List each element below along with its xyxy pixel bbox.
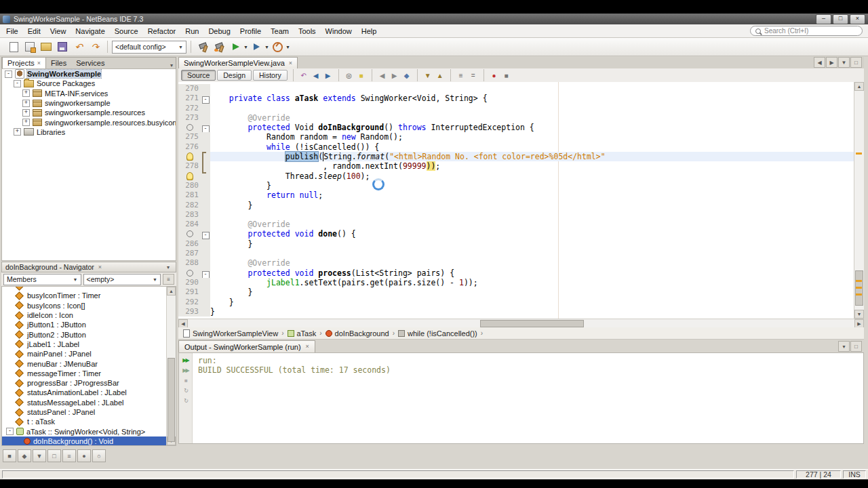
scroll-down-icon[interactable]: ▼	[854, 310, 864, 319]
override-glyph-icon[interactable]	[186, 230, 193, 237]
tree-expander-icon[interactable]: +	[22, 109, 30, 117]
hint-glyph-icon[interactable]	[186, 152, 193, 161]
line-gutter[interactable]: 291	[178, 287, 201, 297]
title-bar[interactable]: SwingWorkerSample - NetBeans IDE 7.3 – □…	[0, 14, 868, 24]
line-gutter[interactable]: 271	[178, 94, 201, 103]
record-macro-icon[interactable]: ●	[488, 70, 500, 81]
code-text[interactable]	[210, 249, 854, 258]
navigator-item[interactable]: statusAnimationLabel : JLabel	[2, 388, 176, 397]
menu-file[interactable]: File	[1, 26, 23, 37]
search-input[interactable]: Search (Ctrl+I)	[750, 26, 863, 36]
navigator-item[interactable]: doInBackground() : Void	[2, 436, 176, 446]
profile-dropdown-icon[interactable]: ▼	[285, 45, 290, 49]
navigator-view-select[interactable]: Members▼	[3, 274, 81, 285]
prev-occurrence-icon[interactable]: ▲	[434, 70, 446, 81]
code-text[interactable]	[210, 210, 854, 220]
undo-button[interactable]	[71, 39, 87, 54]
override-glyph-icon[interactable]	[186, 270, 193, 277]
code-text[interactable]: return null;	[210, 190, 854, 200]
toggle-bookmark-icon[interactable]: ◆	[401, 70, 413, 81]
tab-projects[interactable]: Projects×	[2, 57, 46, 68]
code-text[interactable]: private class aTask extends SwingWorker<…	[210, 94, 854, 103]
scrollbar-thumb[interactable]	[480, 320, 585, 327]
override-glyph-icon[interactable]	[186, 124, 193, 131]
scroll-tabs-left-icon[interactable]: ◀	[814, 57, 825, 68]
navigator-item[interactable]: -aTask :: SwingWorker<Void, String>	[2, 426, 176, 436]
line-gutter[interactable]	[178, 171, 201, 181]
breadcrumb-item[interactable]: aTask	[288, 329, 317, 338]
code-text[interactable]: }	[210, 181, 854, 190]
code-text[interactable]: @Override	[210, 258, 854, 268]
minimize-panel-icon[interactable]: ▾	[170, 62, 176, 68]
build-button[interactable]	[195, 39, 212, 54]
menu-view[interactable]: View	[45, 26, 71, 37]
menu-run[interactable]: Run	[180, 26, 203, 37]
maximize-button[interactable]: □	[833, 14, 848, 24]
editor-hscrollbar[interactable]: ◀ ▶	[178, 319, 864, 328]
clear-output-button[interactable]: ↻	[184, 388, 187, 394]
next-bookmark-icon[interactable]: ▶	[389, 70, 401, 81]
menu-help[interactable]: Help	[357, 26, 382, 37]
tab-files[interactable]: Files	[46, 58, 71, 68]
line-gutter[interactable]: 270	[178, 84, 201, 94]
tree-expander-icon[interactable]: -	[14, 80, 21, 87]
navigator-options-button[interactable]: ≡	[163, 274, 174, 285]
line-gutter[interactable]: 282	[178, 201, 201, 210]
debug-button[interactable]	[249, 39, 265, 54]
line-gutter[interactable]: 288	[178, 258, 201, 268]
tree-item[interactable]: +Libraries	[2, 127, 176, 137]
navigator-item[interactable]: menuBar : JMenuBar	[2, 359, 176, 368]
navigator-item[interactable]: statusPanel : JPanel	[2, 407, 176, 417]
navigator-item[interactable]	[2, 286, 176, 291]
scrollbar-thumb[interactable]	[167, 358, 175, 442]
maximize-editor-icon[interactable]: □	[850, 57, 862, 68]
tree-expander-icon[interactable]: +	[22, 89, 30, 97]
tree-expander-icon[interactable]: +	[22, 119, 30, 126]
tree-item[interactable]: +META-INF.services	[2, 89, 176, 98]
code-text[interactable]: }	[210, 287, 854, 297]
menu-refactor[interactable]: Refactor	[143, 26, 181, 37]
navigator-item[interactable]: mainPanel : JPanel	[2, 349, 176, 359]
tree-item[interactable]: +swingworkersample.resources.busyicons	[2, 117, 176, 127]
forward-icon[interactable]: ▶	[322, 70, 334, 81]
menu-debug[interactable]: Debug	[203, 26, 235, 37]
menu-window[interactable]: Window	[321, 26, 357, 37]
new-file-button[interactable]	[5, 39, 22, 54]
prev-bookmark-icon[interactable]: ◀	[376, 70, 389, 81]
minimize-output-icon[interactable]: ▾	[838, 341, 850, 352]
profile-button[interactable]	[270, 39, 286, 54]
filter-button[interactable]: ○	[92, 449, 106, 462]
output-settings-button[interactable]: ↻	[184, 399, 187, 404]
tree-item[interactable]: -Source Packages	[2, 79, 176, 88]
debug-dropdown-icon[interactable]: ▼	[264, 45, 269, 49]
tree-expander-icon[interactable]: -	[5, 70, 12, 78]
line-gutter[interactable]: 283	[178, 210, 201, 220]
clean-build-button[interactable]	[212, 39, 228, 54]
close-button[interactable]: ×	[850, 14, 865, 24]
rerun-debug-button[interactable]: ▶▶	[182, 368, 188, 373]
menu-edit[interactable]: Edit	[23, 26, 45, 37]
scroll-up-icon[interactable]: ▲	[854, 82, 864, 91]
line-gutter[interactable]	[178, 123, 201, 132]
navigator-item[interactable]: idleIcon : Icon	[2, 310, 176, 320]
tab-list-icon[interactable]: ▼	[838, 57, 850, 68]
close-output-icon[interactable]: ×	[306, 344, 309, 350]
line-gutter[interactable]: 280	[178, 181, 201, 190]
navigator-item[interactable]: jButton1 : JButton	[2, 320, 176, 329]
minimize-button[interactable]: –	[816, 14, 831, 24]
code-text[interactable]: @Override	[210, 220, 854, 229]
code-text[interactable]: jLabel1.setText(pairs.get(pairs.size() -…	[210, 278, 854, 287]
code-text[interactable]	[210, 104, 854, 113]
tree-expander-icon[interactable]: +	[14, 128, 21, 136]
breadcrumb-item[interactable]: doInBackground	[326, 329, 389, 338]
navigator-item[interactable]: t : aTask	[2, 417, 176, 426]
menu-team[interactable]: Team	[266, 26, 294, 37]
code-text[interactable]: protected void process(List<String> pair…	[210, 268, 854, 278]
tree-expander-icon[interactable]: -	[6, 428, 14, 435]
navigator-item[interactable]: busyIconTimer : Timer	[2, 291, 176, 300]
sort-source-button[interactable]: ●	[77, 449, 91, 462]
line-gutter[interactable]: 276	[178, 142, 201, 152]
output-text[interactable]: run: BUILD SUCCESSFUL (total time: 17 se…	[193, 353, 396, 443]
last-edit-location-icon[interactable]: ↶	[298, 70, 310, 81]
code-text[interactable]	[210, 84, 854, 94]
